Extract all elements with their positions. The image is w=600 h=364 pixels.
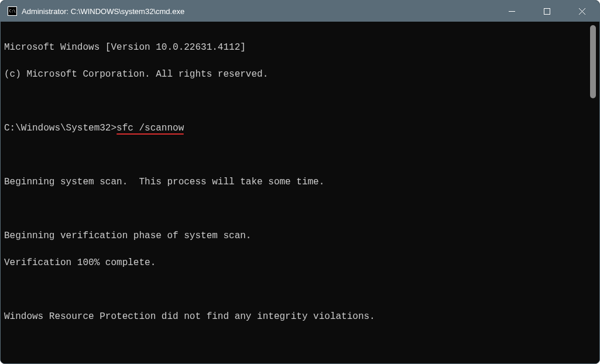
scrollbar-thumb[interactable] [590, 25, 596, 98]
close-button[interactable] [564, 1, 599, 22]
svg-rect-1 [544, 8, 550, 14]
prompt-line: C:\Windows\System32>sfc /scannow [4, 122, 589, 135]
cmd-window: C:\ Administrator: C:\WINDOWS\system32\c… [0, 0, 600, 364]
window-controls [494, 1, 599, 22]
output-line: (c) Microsoft Corporation. All rights re… [4, 68, 589, 81]
minimize-button[interactable] [494, 1, 529, 22]
blank-line [4, 149, 589, 162]
output-line: Microsoft Windows [Version 10.0.22631.41… [4, 41, 589, 54]
scrollbar[interactable] [589, 25, 597, 364]
terminal-output[interactable]: Microsoft Windows [Version 10.0.22631.41… [4, 25, 589, 364]
blank-line [4, 337, 589, 351]
output-line: Windows Resource Protection did not find… [4, 310, 589, 324]
scrollbar-track[interactable] [589, 25, 597, 364]
blank-line [4, 95, 589, 108]
window-title: Administrator: C:\WINDOWS\system32\cmd.e… [22, 7, 494, 16]
blank-line [4, 202, 589, 216]
blank-line [4, 283, 589, 297]
output-line: Verification 100% complete. [4, 256, 589, 270]
output-line: Beginning verification phase of system s… [4, 229, 589, 243]
terminal-area: Microsoft Windows [Version 10.0.22631.41… [1, 22, 599, 364]
output-line: Beginning system scan. This process will… [4, 176, 589, 189]
command-text: sfc /scannow [116, 123, 184, 133]
titlebar[interactable]: C:\ Administrator: C:\WINDOWS\system32\c… [1, 1, 599, 22]
prompt-path: C:\Windows\System32> [4, 123, 116, 133]
maximize-button[interactable] [529, 1, 564, 22]
cmd-icon: C:\ [8, 6, 17, 16]
